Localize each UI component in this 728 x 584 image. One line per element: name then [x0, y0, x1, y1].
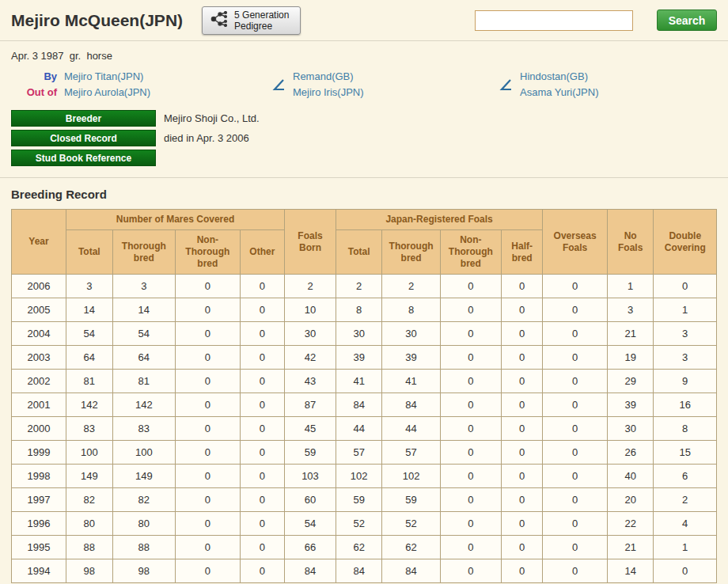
table-row: 1996808000545252000224	[12, 512, 717, 536]
table-row: 1999100100005957570002615	[12, 441, 717, 465]
value-cell: 0	[176, 465, 241, 488]
closed-record-label: Closed Record	[11, 130, 156, 146]
dam-link[interactable]: Mejiro Aurola(JPN)	[64, 86, 150, 98]
value-cell: 0	[240, 275, 284, 298]
value-cell: 2	[654, 488, 717, 512]
value-cell: 3	[654, 322, 717, 346]
table-row: 199814914900103102102000406	[12, 465, 717, 488]
value-cell: 15	[654, 441, 717, 465]
value-cell: 142	[66, 393, 113, 417]
value-cell: 0	[502, 322, 543, 346]
value-cell: 30	[607, 417, 654, 441]
value-cell: 1	[607, 275, 654, 298]
value-cell: 0	[502, 370, 543, 393]
value-cell: 83	[66, 417, 113, 441]
value-cell: 103	[285, 465, 336, 488]
value-cell: 0	[440, 298, 501, 322]
value-cell: 84	[285, 559, 336, 583]
value-cell: 0	[240, 536, 284, 559]
value-cell: 10	[285, 298, 336, 322]
value-cell: 82	[112, 488, 175, 512]
value-cell: 149	[112, 465, 175, 488]
value-cell: 102	[382, 465, 440, 488]
pedigree-summary: By Out of Mejiro Titan(JPN) Mejiro Aurol…	[11, 69, 717, 100]
value-cell: 80	[66, 512, 113, 536]
by-out-of-labels: By Out of	[22, 69, 57, 100]
value-cell: 57	[382, 441, 440, 465]
value-cell: 66	[285, 536, 336, 559]
value-cell: 0	[240, 441, 284, 465]
value-cell: 45	[285, 417, 336, 441]
value-cell: 41	[336, 370, 382, 393]
value-cell: 0	[176, 559, 241, 583]
great-granddam-link[interactable]: Asama Yuri(JPN)	[520, 86, 598, 98]
breeding-table-body: 2006330022200010200514140010880003120045…	[12, 275, 717, 583]
stud-book-row: Stud Book Reference	[11, 150, 717, 166]
value-cell: 0	[543, 441, 608, 465]
value-cell: 0	[176, 393, 241, 417]
table-row: 2005141400108800031	[12, 298, 717, 322]
table-row: 2003646400423939000193	[12, 346, 717, 370]
value-cell: 87	[285, 393, 336, 417]
out-of-label: Out of	[22, 85, 57, 100]
value-cell: 88	[66, 536, 113, 559]
value-cell: 6	[654, 465, 717, 488]
value-cell: 84	[382, 559, 440, 583]
value-cell: 59	[382, 488, 440, 512]
year-cell: 1998	[12, 465, 66, 488]
grandsire-link[interactable]: Remand(GB)	[293, 70, 354, 82]
col-header-mares-other: Other	[240, 230, 284, 275]
breeder-row: Breeder Mejiro Shoji Co., Ltd.	[11, 110, 717, 127]
col-header-double-covering: Double Covering	[654, 210, 717, 275]
col-header-half-bred: Half- bred	[502, 230, 543, 275]
granddam-link[interactable]: Mejiro Iris(JPN)	[293, 86, 364, 98]
year-cell: 2001	[12, 393, 66, 417]
col-header-mares-total: Total	[66, 230, 113, 275]
value-cell: 142	[112, 393, 175, 417]
closed-record-value: died in Apr. 3 2006	[164, 132, 249, 144]
value-cell: 14	[112, 298, 175, 322]
breeder-value: Mejiro Shoji Co., Ltd.	[164, 112, 260, 124]
breeder-label: Breeder	[11, 110, 156, 127]
col-header-no-foals: No Foals	[607, 210, 654, 275]
sire-link[interactable]: Mejiro Titan(JPN)	[64, 70, 143, 82]
value-cell: 0	[240, 370, 284, 393]
value-cell: 0	[502, 559, 543, 583]
value-cell: 0	[502, 417, 543, 441]
value-cell: 44	[336, 417, 382, 441]
value-cell: 0	[176, 488, 241, 512]
search-input[interactable]	[475, 10, 633, 31]
value-cell: 0	[543, 559, 608, 583]
value-cell: 0	[502, 536, 543, 559]
pedigree-button[interactable]: 5 Generation Pedigree	[202, 6, 301, 35]
value-cell: 2	[336, 275, 382, 298]
value-cell: 0	[176, 536, 241, 559]
value-cell: 0	[176, 417, 241, 441]
value-cell: 0	[176, 346, 241, 370]
value-cell: 100	[112, 441, 175, 465]
year-cell: 1999	[12, 441, 66, 465]
value-cell: 60	[285, 488, 336, 512]
value-cell: 2	[382, 275, 440, 298]
value-cell: 0	[240, 512, 284, 536]
value-cell: 22	[607, 512, 654, 536]
value-cell: 0	[176, 275, 241, 298]
birth-info: Apr. 3 1987 gr. horse	[11, 50, 717, 62]
col-header-foals-non-thoroughbred: Non- Thorough bred	[440, 230, 501, 275]
value-cell: 81	[66, 370, 113, 393]
value-cell: 14	[607, 559, 654, 583]
value-cell: 40	[607, 465, 654, 488]
year-cell: 2000	[12, 417, 66, 441]
great-grandsire-link[interactable]: Hindostan(GB)	[520, 70, 588, 82]
value-cell: 0	[440, 346, 501, 370]
table-row: 2000838300454444000308	[12, 417, 717, 441]
value-cell: 59	[285, 441, 336, 465]
value-cell: 8	[336, 298, 382, 322]
value-cell: 0	[240, 465, 284, 488]
value-cell: 26	[607, 441, 654, 465]
search-button[interactable]: Search	[657, 9, 717, 31]
value-cell: 0	[543, 275, 608, 298]
pedigree-angle-icon	[499, 78, 513, 92]
stud-book-reference-button[interactable]: Stud Book Reference	[11, 150, 156, 166]
value-cell: 0	[240, 559, 284, 583]
